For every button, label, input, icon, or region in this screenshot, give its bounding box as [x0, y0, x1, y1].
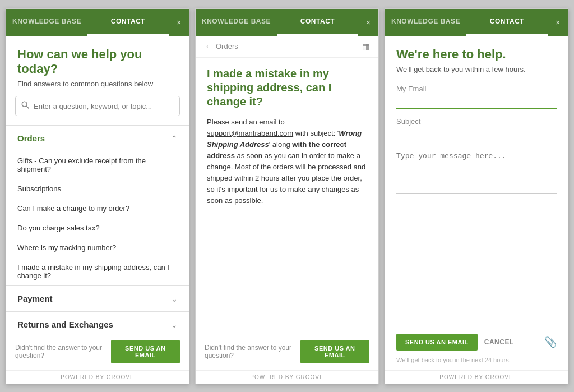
powered-by-2: POWERED BY GROOVE — [196, 370, 378, 384]
contact-title: We're here to help. — [385, 36, 568, 65]
tab-contact-1[interactable]: CONTACT — [87, 9, 169, 36]
kb-title-1: How can we help you today? — [6, 36, 189, 80]
section-returns-label: Returns and Exchanges — [17, 320, 113, 329]
email-field-wrap: My Email — [396, 85, 557, 109]
section-orders-items: Gifts - Can you exclude receipt from the… — [6, 151, 189, 285]
message-textarea[interactable] — [396, 149, 557, 194]
widget-2-header: KNOWLEDGE BASE CONTACT × — [196, 9, 378, 36]
widget-3-body: We're here to help. We'll get back to yo… — [385, 36, 568, 370]
section-returns-header[interactable]: Returns and Exchanges ⌄ — [6, 312, 189, 332]
chevron-up-icon: ⌃ — [171, 134, 178, 143]
widget-1-body: How can we help you today? Find answers … — [6, 36, 189, 333]
list-item[interactable]: Gifts - Can you exclude receipt from the… — [17, 151, 178, 179]
close-button-1[interactable]: × — [169, 9, 189, 36]
article-category: Orders — [216, 42, 238, 50]
powered-by-1: POWERED BY GROOVE — [6, 370, 189, 384]
footer-text-2: Didn't find the answer to your question? — [205, 344, 300, 359]
attach-icon[interactable]: 📎 — [544, 336, 557, 348]
tab-contact-3[interactable]: CONTACT — [466, 9, 548, 36]
tab-knowledge-base-1[interactable]: KNOWLEDGE BASE — [6, 9, 87, 36]
contact-subtitle: We'll get back to you within a few hours… — [385, 65, 568, 85]
widget-1-footer: Didn't find the answer to your question?… — [6, 333, 189, 370]
kb-subtitle-1: Find answers to common questions below — [6, 80, 189, 96]
send-email-button-2[interactable]: SEND US AN EMAIL — [300, 340, 369, 363]
article-content: I made a mistake in my shipping address,… — [196, 58, 378, 333]
subject-field-wrap: Subject — [396, 117, 557, 141]
send-email-button-1[interactable]: SEND US AN EMAIL — [111, 340, 180, 363]
section-orders-label: Orders — [17, 133, 45, 143]
widget-1-header: KNOWLEDGE BASE CONTACT × — [6, 9, 189, 36]
search-input-1[interactable] — [34, 102, 174, 110]
cancel-button[interactable]: CANCEL — [484, 333, 514, 351]
list-item[interactable]: Can I make a change to my order? — [17, 199, 178, 218]
back-button[interactable]: ← Orders — [205, 41, 238, 52]
list-item[interactable]: Do you charge sales tax? — [17, 218, 178, 238]
widget-1: KNOWLEDGE BASE CONTACT × How can we help… — [6, 8, 189, 384]
footer-text-1: Didn't find the answer to your question? — [15, 344, 111, 359]
tab-contact-2[interactable]: CONTACT — [277, 9, 358, 36]
support-email-link[interactable]: support@mantraband.com — [207, 129, 293, 137]
article-nav: ← Orders ▦ — [196, 36, 378, 58]
list-item[interactable]: Subscriptions — [17, 179, 178, 199]
close-button-2[interactable]: × — [358, 9, 378, 36]
widget-3-header: KNOWLEDGE BASE CONTACT × — [385, 9, 568, 36]
section-payment-header[interactable]: Payment ⌄ — [6, 286, 189, 311]
send-email-button-3[interactable]: SEND US AN EMAIL — [396, 334, 478, 351]
contact-form: My Email Subject — [385, 85, 568, 326]
chevron-down-icon: ⌄ — [171, 294, 178, 303]
external-link-icon[interactable]: ▦ — [362, 42, 369, 51]
email-input[interactable] — [396, 95, 557, 109]
widget-2: KNOWLEDGE BASE CONTACT × ← Orders ▦ I ma… — [195, 8, 379, 384]
chevron-down-icon: ⌄ — [171, 320, 178, 329]
subject-label: Subject — [396, 117, 557, 126]
close-button-3[interactable]: × — [548, 9, 568, 36]
tab-knowledge-base-3[interactable]: KNOWLEDGE BASE — [385, 9, 466, 36]
message-field-wrap — [396, 149, 557, 196]
article-title: I made a mistake in my shipping address,… — [207, 67, 367, 109]
email-label: My Email — [396, 85, 557, 93]
section-orders-header[interactable]: Orders ⌃ — [6, 126, 189, 151]
section-payment-label: Payment — [17, 294, 53, 303]
subject-input[interactable] — [396, 128, 557, 141]
search-wrap-1[interactable] — [15, 96, 180, 116]
list-item[interactable]: I made a mistake in my shipping address,… — [17, 257, 178, 285]
search-icon-1 — [21, 101, 29, 111]
widget-3: KNOWLEDGE BASE CONTACT × We're here to h… — [385, 8, 568, 384]
powered-by-3: POWERED BY GROOVE — [385, 370, 568, 384]
list-item[interactable]: Where is my tracking number? — [17, 238, 178, 257]
contact-actions: SEND US AN EMAIL CANCEL 📎 — [385, 326, 568, 354]
back-arrow-icon: ← — [205, 41, 214, 52]
widget-2-footer: Didn't find the answer to your question?… — [196, 333, 378, 370]
tab-knowledge-base-2[interactable]: KNOWLEDGE BASE — [196, 9, 277, 36]
svg-line-1 — [26, 106, 29, 108]
contact-note: We'll get back to you in the next 24 hou… — [385, 354, 568, 370]
article-body: Please send an email to support@mantraba… — [207, 117, 367, 207]
